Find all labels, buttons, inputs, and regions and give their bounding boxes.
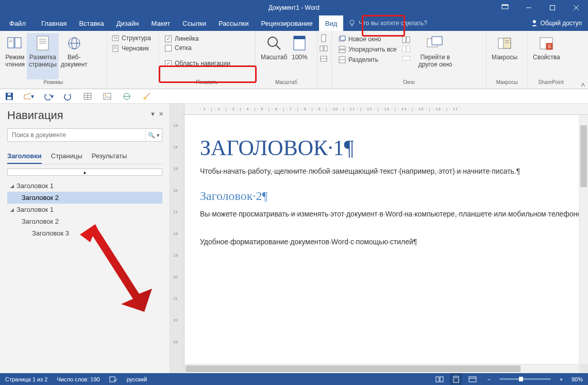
svg-rect-31 xyxy=(322,35,326,42)
tell-me[interactable]: Что вы хотите сделать? xyxy=(343,15,432,31)
horizontal-scrollbar[interactable] xyxy=(184,364,579,373)
titlebar: Документ1 - Word xyxy=(0,0,588,15)
tree-node[interactable]: ◢Заголовок 1 xyxy=(7,180,162,192)
tab-mailings[interactable]: Рассылки xyxy=(212,15,255,31)
headings-tab[interactable]: Заголовки xyxy=(7,149,42,164)
split-button[interactable]: Разделить xyxy=(335,55,400,65)
zoom-button[interactable]: Масштаб xyxy=(259,33,289,79)
results-tab[interactable]: Результаты xyxy=(92,149,127,164)
checkbox-icon xyxy=(165,60,172,67)
multi-page-icon[interactable] xyxy=(320,44,329,53)
scrollbar-thumb[interactable] xyxy=(580,125,587,187)
zoom-100-button[interactable]: 100% xyxy=(289,33,310,79)
search-input[interactable] xyxy=(8,129,145,141)
open-button[interactable]: ▾ xyxy=(24,91,34,102)
spell-check-icon[interactable] xyxy=(109,376,117,383)
vertical-ruler[interactable]: 13 14 15 16 17 18 19 20 21 22 23 xyxy=(170,104,184,373)
navigation-pane-checkbox[interactable]: Область навигации xyxy=(162,59,252,68)
undo-button[interactable]: ▾ xyxy=(43,91,54,102)
tab-review[interactable]: Рецензирование xyxy=(255,15,318,31)
window-controls xyxy=(493,0,588,15)
svg-rect-50 xyxy=(503,38,511,48)
tab-layout[interactable]: Макет xyxy=(145,15,176,31)
arrange-all-button[interactable]: Упорядочить все xyxy=(335,44,400,55)
horizontal-ruler[interactable]: · 1 · | · 2 · | · 3 · | · 4 · | · 5 · | … xyxy=(184,104,588,115)
web-layout-button[interactable]: Веб- документ xyxy=(59,33,90,79)
ribbon-options-icon[interactable] xyxy=(493,0,517,15)
search-button[interactable]: 🔍 ▾ xyxy=(145,129,162,141)
page-indicator[interactable]: Страница 1 из 2 xyxy=(5,376,47,382)
paragraph: Вы·можете·просматривать·и·изменять·этот·… xyxy=(200,208,563,221)
macros-icon xyxy=(496,35,513,52)
page-width-icon[interactable] xyxy=(320,55,329,63)
draft-button[interactable]: Черновик xyxy=(108,43,157,54)
tree-node[interactable]: Заголовок 2 xyxy=(7,192,162,204)
document-page[interactable]: ЗАГОЛОВОК·1¶ Чтобы·начать·работу,·щелкни… xyxy=(184,115,579,364)
svg-rect-63 xyxy=(104,93,111,99)
vertical-scrollbar[interactable] xyxy=(579,115,588,364)
structure-button[interactable]: Структура xyxy=(108,33,157,43)
gridlines-checkbox[interactable]: Сетка xyxy=(162,43,252,53)
read-mode-view-button[interactable] xyxy=(433,373,446,385)
collapse-bar[interactable]: ▲ xyxy=(7,169,162,176)
svg-rect-43 xyxy=(407,37,410,43)
tab-file[interactable]: Файл xyxy=(0,15,35,31)
macros-button[interactable]: Макросы xyxy=(490,33,519,79)
sync-scroll-icon[interactable] xyxy=(402,45,410,53)
properties-button[interactable]: S Свойства xyxy=(531,33,562,79)
eraser-button[interactable]: 🧹 xyxy=(141,91,152,102)
tree-node[interactable]: Заголовок 2 xyxy=(7,215,162,227)
tab-insert[interactable]: Вставка xyxy=(73,15,110,31)
navigation-close-button[interactable]: ✕ xyxy=(159,111,163,118)
reading-mode-button[interactable]: Режим чтения xyxy=(3,33,27,79)
svg-rect-38 xyxy=(339,46,345,49)
group-label-views: Режимы xyxy=(0,79,107,89)
tree-node[interactable]: ◢Заголовок 1 xyxy=(7,204,162,215)
reset-position-icon[interactable] xyxy=(402,55,410,62)
page-layout-button[interactable]: Разметка страницы xyxy=(27,33,59,79)
table-button[interactable] xyxy=(82,91,93,102)
one-page-icon[interactable] xyxy=(320,34,329,42)
switch-windows-button[interactable]: Перейти в другое окно xyxy=(416,33,455,79)
svg-rect-33 xyxy=(324,46,327,51)
navigation-dropdown-icon[interactable]: ▼ xyxy=(150,111,156,118)
zoom-level[interactable]: 90% xyxy=(572,376,583,382)
lightbulb-icon xyxy=(348,20,356,27)
language-indicator[interactable]: русский xyxy=(127,376,147,382)
word-count[interactable]: Число слов: 190 xyxy=(57,376,99,382)
page-layout-icon xyxy=(35,35,51,52)
tab-view[interactable]: Вид xyxy=(319,15,344,31)
save-button[interactable] xyxy=(4,91,14,102)
svg-rect-45 xyxy=(407,46,410,52)
link-button[interactable] xyxy=(122,91,132,102)
tab-references[interactable]: Ссылки xyxy=(176,15,212,31)
svg-rect-69 xyxy=(440,377,443,382)
new-window-button[interactable]: Новое окно xyxy=(335,34,400,44)
maximize-button[interactable] xyxy=(541,0,564,15)
zoom-out-button[interactable]: − xyxy=(483,373,495,385)
svg-rect-70 xyxy=(453,376,459,382)
pages-tab[interactable]: Страницы xyxy=(51,149,82,164)
zoom-thumb[interactable] xyxy=(519,377,523,381)
tab-design[interactable]: Дизайн xyxy=(110,15,145,31)
tab-home[interactable]: Главная xyxy=(35,15,73,31)
tree-node[interactable]: Заголовок 3 xyxy=(7,227,162,239)
picture-button[interactable] xyxy=(102,91,112,102)
quick-access-toolbar: ▾ ▾ 🧹 xyxy=(0,89,588,104)
collapse-ribbon-button[interactable]: ᐱ xyxy=(581,82,585,88)
close-button[interactable] xyxy=(564,0,588,15)
scrollbar-thumb[interactable] xyxy=(186,365,520,372)
minimize-button[interactable] xyxy=(517,0,541,15)
ribbon: Режим чтения Разметка страницы Веб- доку… xyxy=(0,31,588,89)
web-layout-view-button[interactable] xyxy=(466,373,479,385)
person-icon xyxy=(531,20,538,27)
redo-button[interactable] xyxy=(63,91,73,102)
svg-rect-48 xyxy=(432,37,442,45)
zoom-in-button[interactable]: + xyxy=(555,373,567,385)
ruler-checkbox[interactable]: Линейка xyxy=(162,34,252,43)
print-layout-view-button[interactable] xyxy=(450,373,462,385)
zoom-slider[interactable] xyxy=(499,378,551,380)
share-button[interactable]: Общий доступ xyxy=(525,15,588,31)
svg-rect-3 xyxy=(550,6,555,10)
side-by-side-icon[interactable] xyxy=(402,36,410,43)
